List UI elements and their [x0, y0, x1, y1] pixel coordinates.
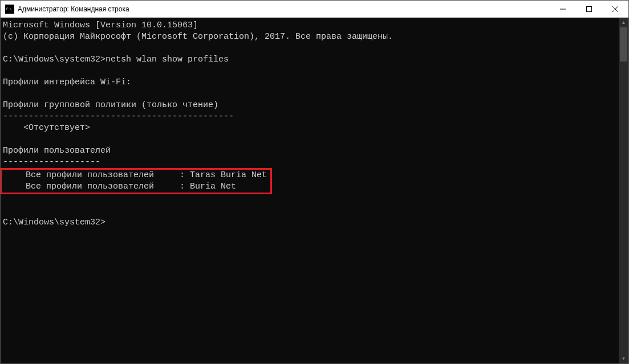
client-area: Microsoft Windows [Version 10.0.15063](c… [1, 18, 628, 363]
profile-entry-1: Все профили пользователей : Taras Buria … [5, 170, 267, 181]
group-policy-separator: ----------------------------------------… [3, 111, 619, 122]
console-output[interactable]: Microsoft Windows [Version 10.0.15063](c… [1, 18, 619, 363]
absent-label: <Отсутствует> [3, 122, 619, 134]
blank-line [3, 134, 619, 145]
blank-line [3, 194, 619, 206]
cmd-icon [5, 5, 14, 14]
svg-rect-1 [587, 6, 592, 11]
profile-entry-2: Все профили пользователей : Buria Net [5, 181, 267, 193]
version-line: Microsoft Windows [Version 10.0.15063] [3, 20, 619, 31]
copyright-line: (c) Корпорация Майкрософт (Microsoft Cor… [3, 31, 619, 43]
highlighted-profiles-box: Все профили пользователей : Taras Buria … [1, 168, 272, 194]
user-profiles-separator: ------------------- [3, 157, 619, 168]
scrollbar-thumb[interactable] [620, 27, 627, 62]
maximize-icon [586, 6, 592, 12]
user-profiles-header: Профили пользователей [3, 145, 619, 157]
prompt-path: C:\Windows\system32> [3, 55, 105, 64]
scroll-down-arrow-icon[interactable]: ▼ [619, 354, 628, 363]
scroll-up-arrow-icon[interactable]: ▲ [619, 18, 628, 27]
maximize-button[interactable] [576, 1, 602, 17]
minimize-button[interactable] [550, 1, 576, 17]
close-button[interactable] [602, 1, 628, 17]
prompt-line-2: C:\Windows\system32> [3, 217, 619, 228]
vertical-scrollbar[interactable]: ▲ ▼ [619, 18, 628, 363]
blank-line [3, 66, 619, 77]
minimize-icon [560, 6, 566, 12]
scrollbar-track[interactable] [619, 27, 628, 354]
close-icon [612, 6, 618, 12]
command-prompt-window: Администратор: Командная строка Microsof… [0, 0, 629, 364]
blank-line [3, 206, 619, 217]
blank-line [3, 43, 619, 54]
prompt-line-1: C:\Windows\system32>netsh wlan show prof… [3, 54, 619, 66]
entered-command: netsh wlan show profiles [105, 55, 229, 64]
group-policy-header: Профили групповой политики (только чтени… [3, 100, 619, 111]
blank-line [3, 88, 619, 100]
window-title: Администратор: Командная строка [18, 5, 550, 13]
interface-header: Профили интерфейса Wi-Fi: [3, 77, 619, 88]
window-controls [550, 1, 628, 17]
titlebar[interactable]: Администратор: Командная строка [1, 1, 628, 18]
